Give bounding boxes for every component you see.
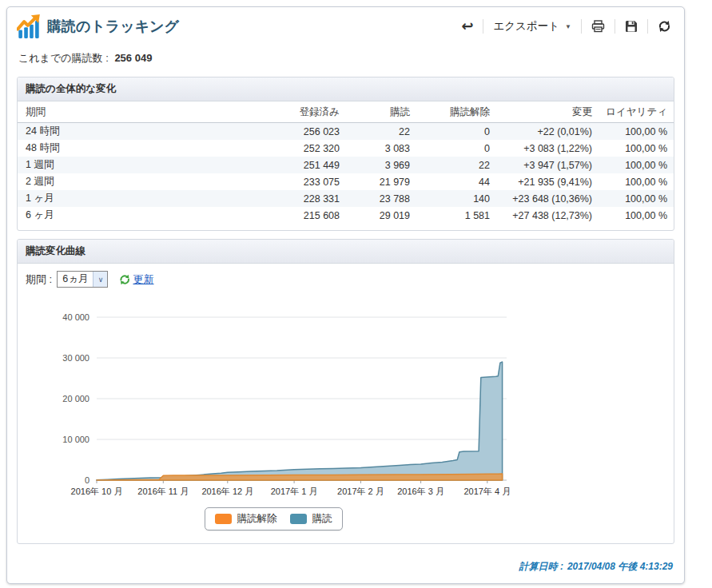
overview-panel: 購読の全体的な変化 期間 登録済み 購読 購読解除 変更 ロイヤリティ 24 時…	[17, 77, 674, 231]
print-button[interactable]	[588, 18, 608, 34]
svg-text:2016年 11 月: 2016年 11 月	[137, 487, 189, 496]
period-select-value: 6ヵ月	[58, 272, 93, 286]
col-change: 変更	[496, 101, 599, 123]
svg-text:2016年 12 月: 2016年 12 月	[201, 487, 253, 496]
cell-loyalty: 100,00 %	[599, 207, 674, 224]
overview-table-body: 24 時間256 023220+22 (0,01%)100,00 %48 時間2…	[18, 123, 674, 224]
update-link[interactable]: 更新	[119, 272, 153, 287]
svg-text:20 000: 20 000	[62, 394, 89, 403]
cell-period: 6 ヶ月	[18, 207, 254, 224]
toolbar-divider	[647, 19, 648, 34]
chart-legend: 購読解除購読	[205, 507, 343, 530]
svg-text:40 000: 40 000	[62, 312, 89, 322]
chart-growth-icon	[17, 14, 41, 38]
back-button[interactable]: ↩	[458, 18, 476, 34]
export-button[interactable]: エクスポート ▼	[490, 18, 575, 35]
legend-label: 購読	[312, 512, 332, 526]
cell-subscribed: 23 788	[346, 190, 416, 207]
export-label: エクスポート	[493, 19, 559, 34]
col-subscribed: 購読	[346, 101, 416, 123]
legend-item: 購読解除	[215, 512, 277, 526]
cell-change: +21 935 (9,41%)	[496, 173, 599, 190]
cell-unsubscribed: 140	[416, 190, 496, 207]
cell-unsubscribed: 0	[416, 140, 496, 157]
col-period: 期間	[18, 101, 254, 123]
cell-unsubscribed: 1 581	[416, 207, 496, 224]
chevron-down-icon: ▼	[565, 23, 571, 30]
cell-change: +3 947 (1,57%)	[496, 157, 599, 173]
svg-text:2017年 1 月: 2017年 1 月	[271, 487, 318, 496]
cell-subscribed: 3 969	[346, 157, 416, 173]
cell-loyalty: 100,00 %	[599, 157, 674, 173]
toolbar-divider	[483, 19, 483, 34]
refresh-button[interactable]	[654, 18, 674, 34]
cell-period: 2 週間	[18, 173, 254, 190]
svg-text:2016年 10 月: 2016年 10 月	[71, 487, 123, 496]
chart-legend-row: 購読解除購読	[18, 507, 529, 530]
subscription-chart-svg: 010 00020 00030 00040 0002016年 10 月2016年…	[21, 306, 532, 498]
toolbar: ↩ エクスポート ▼	[458, 18, 674, 35]
summary-label: これまでの購読数 :	[18, 52, 109, 64]
table-row: 24 時間256 023220+22 (0,01%)100,00 %	[18, 123, 674, 141]
cell-registered: 256 023	[254, 123, 346, 141]
cell-registered: 233 075	[254, 173, 346, 190]
refresh-icon	[658, 20, 671, 33]
svg-text:2017年 2 月: 2017年 2 月	[337, 487, 384, 496]
cell-unsubscribed: 22	[416, 157, 496, 173]
app-header: 購読のトラッキング ↩ エクスポート ▼	[7, 7, 684, 43]
subscription-chart: 010 00020 00030 00040 0002016年 10 月2016年…	[18, 295, 674, 501]
table-header-row: 期間 登録済み 購読 購読解除 変更 ロイヤリティ	[18, 101, 674, 123]
cell-unsubscribed: 44	[416, 173, 496, 190]
svg-text:10 000: 10 000	[62, 435, 89, 444]
cell-period: 48 時間	[18, 140, 254, 157]
cell-subscribed: 21 979	[346, 173, 416, 190]
period-label: 期間 :	[26, 272, 52, 287]
subscription-tracking-card: 購読のトラッキング ↩ エクスポート ▼	[6, 6, 685, 584]
cell-subscribed: 22	[346, 123, 416, 141]
cell-unsubscribed: 0	[416, 123, 496, 141]
timestamp-value: 2017/04/08 午後 4:13:29	[567, 560, 673, 574]
col-loyalty: ロイヤリティ	[599, 101, 674, 123]
period-select[interactable]: 6ヵ月 ∨	[57, 271, 108, 288]
col-unsubscribed: 購読解除	[416, 101, 496, 123]
floppy-disk-icon	[625, 20, 638, 33]
green-refresh-icon	[119, 274, 130, 285]
cell-loyalty: 100,00 %	[599, 123, 674, 141]
calculation-timestamp: 計算日時 : 2017/04/08 午後 4:13:29	[7, 552, 684, 583]
curve-panel-title: 購読変化曲線	[18, 240, 674, 264]
toolbar-divider	[581, 19, 582, 34]
cell-period: 1 ヶ月	[18, 190, 254, 207]
total-subscriptions-summary: これまでの購読数 : 256 049	[7, 43, 684, 69]
overview-table: 期間 登録済み 購読 購読解除 変更 ロイヤリティ 24 時間256 02322…	[18, 101, 674, 224]
curve-panel: 購読変化曲線 期間 : 6ヵ月 ∨ 更新 010 00020 00030 000…	[17, 239, 674, 544]
overview-panel-title: 購読の全体的な変化	[18, 77, 674, 101]
col-registered: 登録済み	[254, 101, 346, 123]
back-arrow-icon: ↩	[461, 20, 473, 33]
svg-text:0: 0	[85, 475, 89, 485]
update-link-label: 更新	[133, 272, 153, 287]
cell-registered: 251 449	[254, 157, 346, 173]
cell-subscribed: 3 083	[346, 140, 416, 157]
cell-change: +23 648 (10,36%)	[496, 190, 599, 207]
svg-text:2016年 3 月: 2016年 3 月	[397, 487, 444, 496]
table-row: 1 ヶ月228 33123 788140+23 648 (10,36%)100,…	[18, 190, 674, 207]
cell-change: +27 438 (12,73%)	[496, 207, 599, 224]
legend-swatch-icon	[290, 514, 307, 524]
cell-registered: 215 608	[254, 207, 346, 224]
summary-value: 256 049	[114, 52, 152, 64]
legend-label: 購読解除	[237, 512, 277, 526]
table-row: 2 週間233 07521 97944+21 935 (9,41%)100,00…	[18, 173, 674, 190]
chart-controls: 期間 : 6ヵ月 ∨ 更新	[18, 264, 674, 295]
select-chevron-icon: ∨	[93, 272, 107, 287]
save-button[interactable]	[622, 18, 641, 34]
cell-period: 24 時間	[18, 123, 254, 141]
cell-loyalty: 100,00 %	[599, 140, 674, 157]
cell-registered: 228 331	[254, 190, 346, 207]
printer-icon	[591, 20, 605, 33]
table-row: 1 週間251 4493 96922+3 947 (1,57%)100,00 %	[18, 157, 674, 173]
legend-swatch-icon	[215, 514, 232, 524]
page-title: 購読のトラッキング	[47, 17, 179, 36]
table-row: 48 時間252 3203 0830+3 083 (1,22%)100,00 %	[18, 140, 674, 157]
legend-item: 購読	[290, 512, 332, 526]
table-row: 6 ヶ月215 60829 0191 581+27 438 (12,73%)10…	[18, 207, 674, 224]
